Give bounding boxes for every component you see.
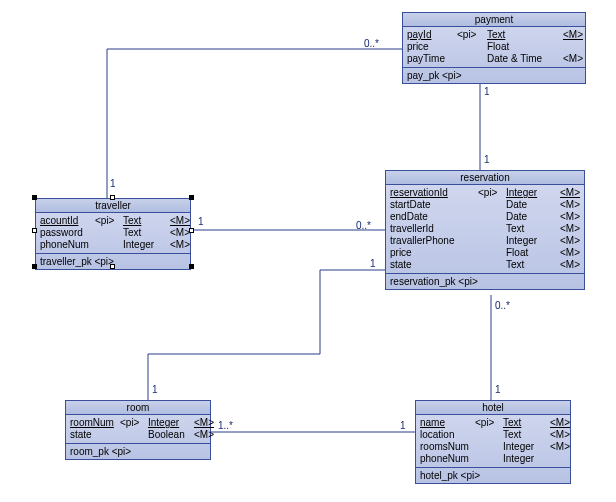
attr-row: locationText<M>: [420, 429, 566, 441]
card-label: 1: [400, 420, 406, 431]
resize-handle[interactable]: [32, 228, 37, 233]
entity-title: hotel: [416, 401, 570, 415]
entity-room[interactable]: room roomNum<pi>Integer<M>stateBoolean<M…: [65, 400, 211, 460]
entity-traveller[interactable]: traveller acountId<pi>Text<M>passwordTex…: [35, 198, 191, 270]
resize-handle[interactable]: [189, 228, 194, 233]
resize-handle[interactable]: [110, 264, 115, 269]
entity-attrs: payId<pi>Text<M>priceFloatpayTimeDate & …: [403, 27, 585, 68]
entity-attrs: name<pi>Text<M>locationText<M>roomsNumIn…: [416, 415, 570, 468]
card-label: 1: [198, 216, 204, 227]
attr-row: startDateDate<M>: [390, 199, 580, 211]
attr-row: reservationId<pi>Integer<M>: [390, 187, 580, 199]
entity-pk: hotel_pk <pi>: [416, 468, 570, 483]
resize-handle[interactable]: [110, 195, 115, 200]
entity-hotel[interactable]: hotel name<pi>Text<M>locationText<M>room…: [415, 400, 571, 484]
attr-row: stateText<M>: [390, 259, 580, 271]
card-label: 1: [484, 154, 490, 165]
resize-handle[interactable]: [32, 195, 37, 200]
card-label: 0..*: [364, 38, 379, 49]
card-label: 1: [110, 178, 116, 189]
attr-row: endDateDate<M>: [390, 211, 580, 223]
attr-row: phoneNumInteger: [420, 453, 566, 465]
attr-row: roomsNumInteger<M>: [420, 441, 566, 453]
entity-title: reservation: [386, 171, 584, 185]
attr-row: travellerIdText<M>: [390, 223, 580, 235]
attr-row: name<pi>Text<M>: [420, 417, 566, 429]
diagram-canvas: 0..* 1 1 1 1 0..* 1 1 0..* 1 1..* 1 paym…: [0, 0, 616, 502]
entity-attrs: roomNum<pi>Integer<M>stateBoolean<M>: [66, 415, 210, 444]
attr-row: passwordText<M>: [40, 227, 186, 239]
attr-row: acountId<pi>Text<M>: [40, 215, 186, 227]
card-label: 1..*: [218, 420, 233, 431]
attr-row: payTimeDate & Time<M>: [407, 53, 581, 65]
resize-handle[interactable]: [189, 195, 194, 200]
attr-row: travallerPhoneInteger<M>: [390, 235, 580, 247]
attr-row: roomNum<pi>Integer<M>: [70, 417, 206, 429]
entity-pk: reservation_pk <pi>: [386, 274, 584, 289]
attr-row: phoneNumInteger<M>: [40, 239, 186, 251]
entity-payment[interactable]: payment payId<pi>Text<M>priceFloatpayTim…: [402, 12, 586, 84]
card-label: 1: [484, 86, 490, 97]
card-label: 0..*: [495, 300, 510, 311]
entity-pk: room_pk <pi>: [66, 444, 210, 459]
entity-title: traveller: [36, 199, 190, 213]
card-label: 1: [152, 384, 158, 395]
entity-reservation[interactable]: reservation reservationId<pi>Integer<M>s…: [385, 170, 585, 290]
entity-attrs: acountId<pi>Text<M>passwordText<M>phoneN…: [36, 213, 190, 254]
card-label: 1: [495, 384, 501, 395]
entity-title: room: [66, 401, 210, 415]
entity-attrs: reservationId<pi>Integer<M>startDateDate…: [386, 185, 584, 274]
attr-row: payId<pi>Text<M>: [407, 29, 581, 41]
entity-pk: pay_pk <pi>: [403, 68, 585, 83]
card-label: 1: [370, 258, 376, 269]
resize-handle[interactable]: [189, 264, 194, 269]
resize-handle[interactable]: [32, 264, 37, 269]
attr-row: priceFloat: [407, 41, 581, 53]
entity-title: payment: [403, 13, 585, 27]
attr-row: stateBoolean<M>: [70, 429, 206, 441]
attr-row: priceFloat<M>: [390, 247, 580, 259]
card-label: 0..*: [356, 220, 371, 231]
